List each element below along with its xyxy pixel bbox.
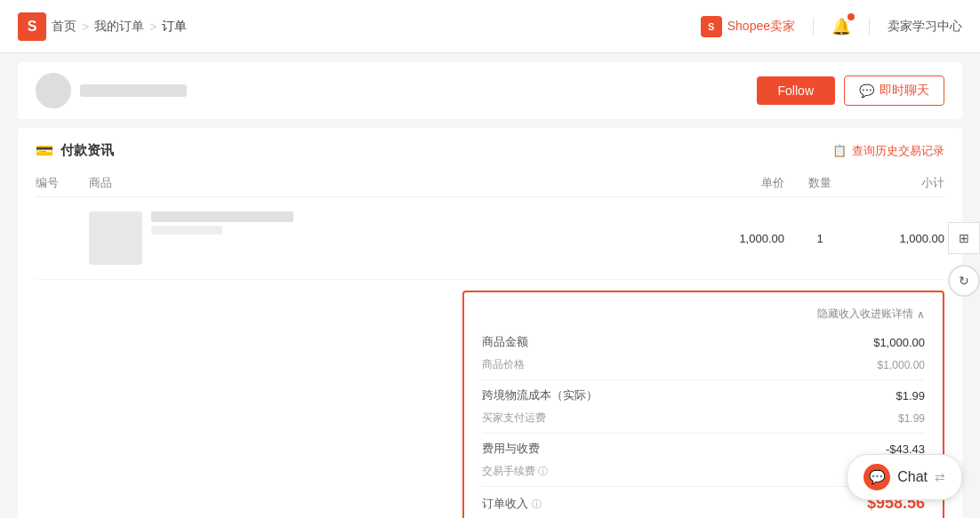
breadcrumb-current: 订单 (162, 19, 187, 35)
seller-name (80, 84, 187, 97)
income-label-6: 订单收入 ⓘ (482, 496, 542, 512)
header-divider2 (869, 18, 870, 36)
row-subtotal: 1,000.00 (855, 232, 944, 245)
payment-header: 💳 付款资讯 📋 查询历史交易记录 (36, 142, 944, 159)
income-row-1: 商品价格 $1,000.00 (482, 354, 925, 376)
income-value-1: $1,000.00 (878, 359, 925, 371)
info-icon-5[interactable]: ⓘ (538, 466, 548, 476)
shopee-logo: S (18, 12, 46, 41)
breadcrumb-orders[interactable]: 我的订单 (94, 19, 144, 35)
breadcrumb-sep2: > (149, 20, 157, 34)
income-value-3: $1.99 (898, 412, 925, 425)
bell-badge (847, 13, 855, 20)
learning-center-link[interactable]: 卖家学习中心 (888, 19, 962, 35)
table-header: 编号 商品 单价 数量 小计 (36, 170, 944, 197)
col-qty: 数量 (784, 175, 855, 191)
income-row-3: 买家支付运费 $1.99 (482, 407, 925, 429)
chat-button[interactable]: 💬 即时聊天 (844, 76, 944, 106)
col-subtotal: 小计 (855, 175, 944, 191)
payment-section: 💳 付款资讯 📋 查询历史交易记录 编号 商品 单价 数量 小计 1,000.0… (18, 128, 962, 518)
seller-avatar (36, 73, 71, 108)
breadcrumb-home[interactable]: 首页 (52, 19, 76, 35)
product-variant (151, 226, 222, 235)
income-row-2: 跨境物流成本（实际） $1.99 (482, 384, 925, 407)
income-label-4: 费用与收费 (482, 441, 540, 457)
income-label-5: 交易手续费 ⓘ (482, 464, 548, 479)
float-chat-label: Chat (897, 469, 928, 485)
bell-icon[interactable]: 🔔 (831, 17, 851, 36)
float-chat-suffix: ⇄ (935, 470, 945, 484)
shopee-seller-icon: S (701, 16, 722, 37)
monitor-tool-btn[interactable]: ⊞ (948, 222, 980, 254)
product-details (151, 211, 293, 235)
income-row-0: 商品金额 $1,000.00 (482, 331, 925, 354)
row-qty: 1 (784, 232, 855, 245)
col-product: 商品 (89, 175, 678, 191)
shopee-seller[interactable]: S Shopee卖家 (701, 16, 795, 37)
payment-title: 💳 付款资讯 (36, 142, 114, 159)
income-label-0: 商品金额 (482, 334, 528, 350)
income-value-2: $1.99 (896, 389, 925, 402)
header-right: S Shopee卖家 🔔 卖家学习中心 (701, 16, 962, 37)
float-chat-icon: 💬 (864, 464, 890, 490)
col-unit-price: 单价 (678, 175, 784, 191)
income-label-2: 跨境物流成本（实际） (482, 387, 598, 403)
income-value-0: $1,000.00 (873, 336, 925, 349)
row-unit-price: 1,000.00 (678, 232, 784, 245)
history-link[interactable]: 📋 查询历史交易记录 (832, 143, 944, 159)
right-tools: ⊞ ↻ (948, 222, 980, 297)
income-toggle[interactable]: 隐藏收入收进账详情 ∧ (482, 307, 925, 322)
chat-icon: 💬 (859, 84, 874, 98)
refresh-tool-btn[interactable]: ↻ (948, 265, 980, 297)
product-image (89, 211, 142, 265)
seller-actions: Follow 💬 即时聊天 (757, 76, 944, 106)
income-divider-2 (482, 433, 925, 434)
income-label-3: 买家支付运费 (482, 410, 546, 426)
header-divider (813, 18, 814, 36)
table-row: 1,000.00 1 1,000.00 (36, 197, 944, 280)
seller-info (36, 73, 187, 108)
product-info (89, 211, 678, 265)
seller-section: Follow 💬 即时聊天 (18, 62, 962, 119)
monitor-icon: ⊞ (959, 231, 969, 245)
payment-icon: 💳 (36, 142, 53, 159)
history-icon: 📋 (832, 144, 847, 157)
product-name (151, 211, 293, 222)
header: S 首页 > 我的订单 > 订单 S Shopee卖家 🔔 卖家学习中心 (0, 0, 980, 53)
refresh-icon: ↻ (959, 274, 969, 288)
info-icon-6[interactable]: ⓘ (532, 498, 542, 509)
float-chat-button[interactable]: 💬 Chat ⇄ (847, 454, 962, 500)
shopee-seller-label: Shopee卖家 (727, 19, 795, 35)
breadcrumb-sep1: > (82, 20, 89, 34)
income-label-1: 商品价格 (482, 357, 525, 372)
chevron-up-icon: ∧ (917, 308, 925, 321)
col-id: 编号 (36, 175, 89, 191)
follow-button[interactable]: Follow (757, 76, 835, 105)
income-divider-1 (482, 379, 925, 380)
header-left: S 首页 > 我的订单 > 订单 (18, 12, 187, 41)
